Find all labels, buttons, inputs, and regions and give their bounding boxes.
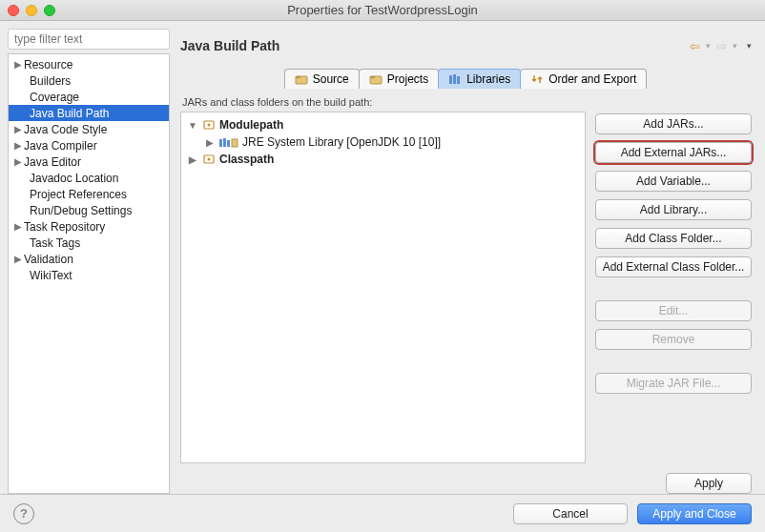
sidebar-item-label: Java Code Style	[24, 123, 107, 136]
package-icon	[369, 73, 382, 85]
sidebar-item-label: Task Tags	[30, 236, 80, 250]
disclosure-icon: ▶	[187, 154, 198, 165]
disclosure-icon: ▶	[204, 137, 216, 148]
sidebar-item-task-repository[interactable]: ▶Task Repository	[9, 218, 169, 235]
sidebar-item-label: Builders	[30, 74, 71, 88]
properties-page: Java Build Path ⇦ ▾ ⇨ ▾ ▾ SourceProjects…	[175, 29, 757, 494]
dialog-footer: ? Cancel Apply and Close	[0, 494, 765, 532]
disclosure-icon: ▶	[12, 124, 24, 134]
sidebar-item-label: Project References	[30, 188, 127, 201]
add-external-jars-button[interactable]: Add External JARs...	[595, 142, 752, 163]
tab-projects[interactable]: Projects	[359, 69, 439, 89]
zoom-window-icon[interactable]	[44, 5, 55, 16]
migrate-jar-file-button: Migrate JAR File...	[595, 373, 752, 394]
apply-and-close-button[interactable]: Apply and Close	[637, 503, 752, 524]
add-external-class-folder-button[interactable]: Add External Class Folder...	[595, 256, 752, 277]
classpath-node[interactable]: ▶Classpath	[181, 151, 585, 168]
sidebar-item-java-code-style[interactable]: ▶Java Code Style	[9, 121, 169, 137]
sidebar-item-javadoc-location[interactable]: Javadoc Location	[9, 170, 169, 186]
window-title: Properties for TestWordpressLogin	[0, 3, 765, 17]
sidebar-item-label: WikiText	[30, 269, 72, 282]
library-icon	[219, 136, 238, 148]
window-titlebar: Properties for TestWordpressLogin	[0, 0, 765, 21]
svg-rect-1	[296, 76, 300, 78]
dropdown-icon[interactable]: ▾	[706, 41, 711, 51]
library-icon	[448, 73, 462, 85]
menu-icon[interactable]: ▾	[747, 41, 752, 51]
sidebar-item-label: Javadoc Location	[30, 172, 118, 185]
add-variable-button[interactable]: Add Variable...	[595, 171, 752, 192]
sidebar-item-label: Resource	[24, 58, 72, 72]
apply-button[interactable]: Apply	[666, 473, 752, 494]
svg-rect-12	[232, 139, 238, 147]
svg-rect-10	[223, 138, 226, 147]
edit-button: Edit...	[595, 300, 752, 321]
sidebar-item-run-debug-settings[interactable]: Run/Debug Settings	[9, 202, 169, 218]
sidebar-item-label: Validation	[24, 253, 73, 266]
order-icon	[530, 73, 544, 85]
svg-rect-6	[457, 76, 460, 84]
nav-back-icon[interactable]: ⇦	[690, 39, 700, 53]
svg-rect-4	[449, 75, 452, 84]
close-window-icon[interactable]	[8, 5, 19, 16]
disclosure-icon: ▶	[12, 140, 24, 151]
sidebar-item-label: Task Repository	[24, 220, 105, 234]
svg-rect-11	[227, 140, 230, 147]
sidebar-item-label: Java Build Path	[30, 107, 109, 120]
filter-input[interactable]	[8, 29, 170, 50]
classpath-node[interactable]: ▼Modulepath	[181, 116, 585, 133]
tab-label: Libraries	[466, 72, 510, 86]
tab-label: Order and Export	[548, 72, 636, 86]
sidebar-item-java-build-path[interactable]: Java Build Path	[9, 105, 169, 121]
classpath-node[interactable]: ▶JRE System Library [OpenJDK 10 [10]]	[181, 133, 585, 151]
disclosure-icon: ▶	[12, 156, 24, 167]
svg-point-14	[208, 158, 211, 161]
category-tree[interactable]: ▶ResourceBuildersCoverageJava Build Path…	[8, 53, 170, 494]
sidebar-item-java-editor[interactable]: ▶Java Editor	[9, 153, 169, 170]
sidebar-item-builders[interactable]: Builders	[9, 72, 169, 89]
package-icon	[295, 73, 308, 85]
sidebar-item-resource[interactable]: ▶Resource	[9, 56, 169, 72]
nav-forward-icon: ⇨	[716, 39, 727, 53]
buttons-column: Add JARs...Add External JARs...Add Varia…	[595, 112, 752, 463]
sidebar-item-label: Run/Debug Settings	[30, 204, 132, 217]
disclosure-icon: ▶	[12, 221, 24, 232]
help-icon[interactable]: ?	[13, 503, 34, 524]
classpath-node-label: JRE System Library [OpenJDK 10 [10]]	[242, 135, 441, 149]
module-icon	[202, 119, 216, 131]
tab-label: Source	[313, 72, 349, 86]
sidebar-item-validation[interactable]: ▶Validation	[9, 251, 169, 267]
sidebar-item-java-compiler[interactable]: ▶Java Compiler	[9, 137, 169, 153]
sidebar-item-project-references[interactable]: Project References	[9, 186, 169, 202]
remove-button: Remove	[595, 329, 752, 350]
minimize-window-icon[interactable]	[26, 5, 37, 16]
add-library-button[interactable]: Add Library...	[595, 199, 752, 220]
svg-rect-5	[453, 74, 456, 84]
classpath-tree[interactable]: ▼Modulepath▶JRE System Library [OpenJDK …	[180, 112, 586, 463]
sidebar-item-task-tags[interactable]: Task Tags	[9, 235, 169, 251]
tabs: SourceProjectsLibrariesOrder and Export	[180, 69, 752, 89]
page-nav: ⇦ ▾ ⇨ ▾ ▾	[690, 39, 752, 53]
disclosure-icon: ▶	[12, 254, 24, 264]
add-jars-button[interactable]: Add JARs...	[595, 113, 752, 134]
add-class-folder-button[interactable]: Add Class Folder...	[595, 228, 752, 249]
page-title: Java Build Path	[180, 38, 279, 53]
tab-order-and-export[interactable]: Order and Export	[520, 69, 647, 89]
disclosure-icon: ▶	[12, 59, 24, 70]
sidebar-item-coverage[interactable]: Coverage	[9, 89, 169, 105]
tab-label: Projects	[387, 72, 428, 86]
svg-point-8	[208, 124, 211, 127]
svg-rect-9	[219, 139, 222, 147]
cancel-button[interactable]: Cancel	[513, 503, 628, 524]
dropdown-icon[interactable]: ▾	[733, 41, 737, 51]
sidebar: ▶ResourceBuildersCoverageJava Build Path…	[8, 29, 170, 494]
sidebar-item-label: Coverage	[30, 91, 79, 104]
tab-source[interactable]: Source	[284, 69, 360, 89]
disclosure-icon: ▼	[187, 120, 198, 131]
sidebar-item-wikitext[interactable]: WikiText	[9, 267, 169, 283]
section-label: JARs and class folders on the build path…	[182, 96, 752, 108]
tab-libraries[interactable]: Libraries	[438, 69, 521, 89]
traffic-lights	[8, 5, 55, 16]
sidebar-item-label: Java Editor	[24, 155, 81, 169]
svg-rect-3	[370, 76, 375, 78]
